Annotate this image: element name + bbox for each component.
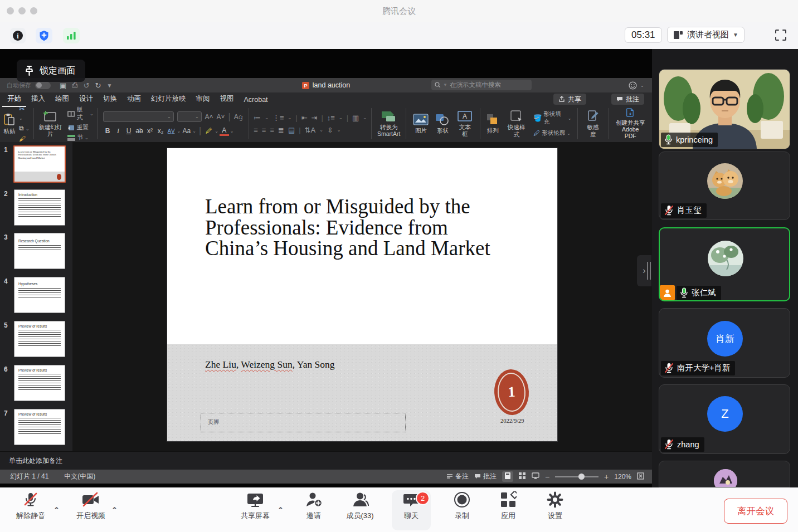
invite-button[interactable]: 邀请 [290, 491, 337, 529]
shape-outline-button[interactable]: 🖊形状轮廓⌄ [533, 129, 571, 137]
fullscreen-button[interactable] [773, 28, 788, 45]
autosave-toggle[interactable] [35, 82, 51, 89]
share-screen-button[interactable]: 共享屏幕 [232, 491, 279, 529]
grow-font-button[interactable]: A˄ [205, 113, 213, 121]
minimize-window-button[interactable] [18, 7, 26, 14]
thumbnail-slide-7[interactable]: Preview of results [14, 409, 65, 445]
tab-slideshow[interactable]: 幻灯片放映 [146, 92, 191, 107]
share-document-button[interactable]: 共享 [553, 94, 586, 105]
thumbnail-slide-3[interactable]: Research Question [14, 233, 65, 269]
slide-canvas[interactable]: Learn from or Misguided by the Professio… [167, 148, 557, 441]
zoom-in-button[interactable]: + [604, 472, 609, 481]
smartart-group[interactable]: 转换为SmartArt [372, 108, 406, 139]
video-options-chevron[interactable]: ⌃ [111, 506, 118, 514]
strikethrough-button[interactable]: ab [135, 127, 144, 135]
picture-button[interactable]: 图片 [413, 114, 429, 134]
align-right-button[interactable]: ≡ [270, 126, 274, 134]
font-color-button[interactable]: A [220, 126, 229, 136]
fit-slide-button[interactable] [637, 472, 644, 481]
zoom-window-button[interactable] [30, 7, 37, 14]
leave-meeting-button[interactable]: 离开会议 [724, 499, 787, 524]
shapes-button[interactable]: 形状 [435, 114, 450, 134]
paste-button[interactable]: 粘贴 [3, 113, 16, 134]
tab-design[interactable]: 设计 [74, 92, 98, 107]
underline-button[interactable]: U [124, 127, 134, 135]
slide-sorter-view-button[interactable] [519, 472, 526, 481]
tab-acrobat[interactable]: Acrobat [239, 94, 273, 107]
redo-icon[interactable]: ↻ [95, 81, 101, 90]
sensitivity-button[interactable]: 敏感度 [578, 108, 609, 139]
save-icon[interactable]: ▣ [60, 81, 66, 90]
participant-tile-zhangrenbin[interactable]: 张仁斌 [659, 227, 790, 301]
format-painter-button[interactable]: 🖌 [19, 135, 30, 143]
align-center-button[interactable]: ≡ [262, 126, 266, 134]
thumbnail-slide-2[interactable]: Introduction [14, 189, 65, 226]
zoom-slider[interactable] [555, 476, 598, 477]
quick-styles-button[interactable]: 快速样式 [505, 110, 528, 137]
close-window-button[interactable] [7, 7, 14, 14]
lock-screen-button[interactable]: 锁定画面 [17, 60, 85, 82]
print-icon[interactable]: ⎙ [72, 81, 77, 90]
unmute-button[interactable]: 解除静音 [7, 491, 54, 529]
highlight-color-button[interactable]: 🖉 [204, 127, 213, 135]
qat-customize-icon[interactable]: ▼ [107, 82, 113, 89]
undo-icon[interactable]: ↺ [84, 81, 90, 90]
tab-transitions[interactable]: 切换 [98, 92, 122, 107]
mic-options-chevron[interactable]: ⌃ [53, 506, 60, 514]
tab-animations[interactable]: 动画 [122, 92, 146, 107]
align-text-button[interactable]: ⇳ [327, 126, 333, 134]
font-size-select[interactable]: ⌄ [177, 111, 202, 122]
settings-button[interactable]: 设置 [532, 491, 578, 529]
columns-button[interactable]: ▥ [352, 114, 359, 122]
zoom-out-button[interactable]: − [545, 472, 549, 481]
section-button[interactable]: 节⌄ [67, 134, 93, 141]
superscript-button[interactable]: x² [145, 127, 155, 135]
distribute-button[interactable]: ▤ [288, 126, 295, 134]
shape-fill-button[interactable]: 🪣形状填充⌄ [533, 110, 571, 126]
line-spacing-button[interactable]: ↕≡ [327, 114, 335, 122]
search-input[interactable]: ▼ 在演示文稿中搜索 [431, 80, 532, 90]
copy-button[interactable]: ⧉ ⌄ [19, 124, 30, 132]
participant-tile-xiaoyuxi[interactable]: 肖玉玺 [659, 152, 790, 220]
participant-tile-partial[interactable] [659, 461, 790, 487]
character-spacing-button[interactable]: A̲V̲ [167, 128, 176, 134]
clear-formatting-button[interactable]: A𝚐 [234, 113, 243, 121]
apps-button[interactable]: 应用 [485, 491, 532, 529]
notes-toggle-button[interactable]: 备注 [446, 472, 469, 481]
bullets-button[interactable]: ≔ [254, 114, 261, 122]
participant-tile-kprinceing[interactable]: kprinceing [659, 69, 790, 149]
reset-button[interactable]: 重置 [67, 124, 93, 131]
shrink-font-button[interactable]: A˅ [217, 113, 225, 121]
footer-placeholder-box[interactable]: 页脚 [201, 413, 406, 432]
slideshow-view-button[interactable] [532, 472, 539, 481]
increase-indent-button[interactable]: ⇥ [312, 114, 318, 122]
change-case-button[interactable]: Aa [182, 127, 191, 135]
font-family-select[interactable]: ⌄ [103, 111, 174, 122]
sidebar-drag-handle-icon[interactable] [647, 262, 651, 280]
justify-button[interactable]: ≣ [278, 126, 284, 134]
tab-view[interactable]: 视图 [215, 92, 239, 107]
numbering-button[interactable]: ⋮≡ [273, 114, 284, 122]
bold-button[interactable]: B [103, 127, 113, 135]
members-button[interactable]: 成员(33) [337, 491, 383, 529]
view-mode-selector[interactable]: 演讲者视图 ▼ [667, 27, 745, 43]
participant-tile-zhang[interactable]: Z zhang [659, 384, 790, 454]
network-quality-button[interactable] [63, 28, 80, 43]
meeting-security-button[interactable] [36, 28, 52, 43]
adobe-pdf-button[interactable]: 创建并共享Adobe PDF [609, 108, 652, 139]
language-indicator[interactable]: 中文(中国) [64, 472, 95, 481]
record-button[interactable]: 录制 [439, 491, 485, 529]
italic-button[interactable]: I [114, 127, 123, 135]
new-slide-button[interactable]: 新建幻灯片 [37, 110, 63, 137]
arrange-button[interactable]: 排列 [486, 113, 499, 134]
thumbnail-slide-1[interactable]: Learn from or Misguided by the Professio… [13, 145, 66, 183]
decrease-indent-button[interactable]: ⇤ [301, 114, 308, 122]
start-video-button[interactable]: 开启视频 [67, 491, 114, 529]
meeting-info-button[interactable]: i [10, 28, 26, 43]
thumbnail-slide-6[interactable]: Preview of results [14, 365, 65, 401]
zoom-level[interactable]: 120% [614, 473, 631, 481]
subscript-button[interactable]: x₂ [156, 127, 166, 135]
comments-toggle-button[interactable]: 批注 [474, 472, 497, 481]
notes-pane[interactable]: 单击此处添加备注 [0, 451, 652, 470]
textbox-button[interactable]: A 文本框 [456, 110, 473, 137]
